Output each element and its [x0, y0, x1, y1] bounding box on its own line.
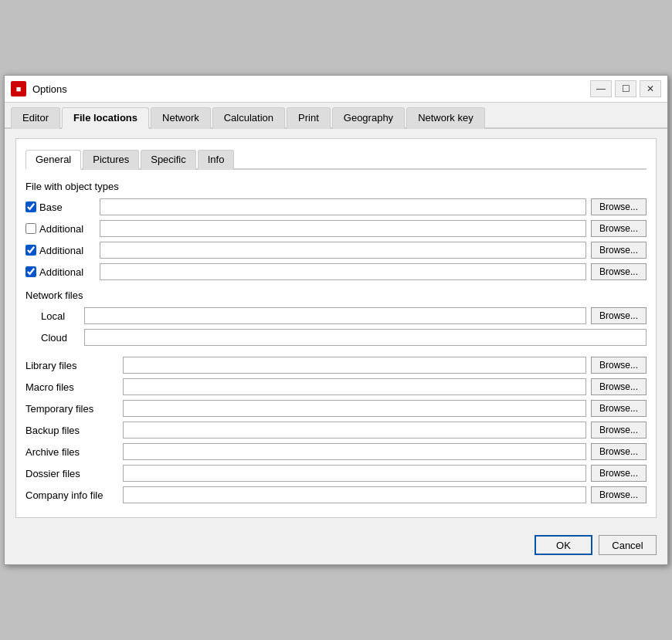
library-files-label: Library files — [25, 360, 118, 371]
backup-files-label: Backup files — [25, 425, 118, 436]
tab-geography[interactable]: Geography — [332, 107, 405, 129]
macro-files-input[interactable] — [123, 378, 586, 395]
additional1-path-input[interactable]: P:\ONE\Types - ONE.xlsx — [100, 220, 586, 237]
temporary-files-input[interactable] — [123, 400, 586, 417]
app-icon: ■ — [11, 81, 26, 97]
temporary-files-label: Temporary files — [25, 403, 118, 415]
file-object-types-label: File with object types — [25, 181, 647, 192]
local-browse-button[interactable]: Browse... — [591, 307, 647, 324]
tab-general[interactable]: General — [25, 150, 81, 170]
macro-files-row: Macro files Browse... — [25, 378, 647, 395]
company-info-row: Company info file Browse... — [25, 486, 647, 503]
additional1-checkbox[interactable] — [25, 223, 36, 234]
tab-editor[interactable]: Editor — [11, 107, 60, 129]
archive-files-input[interactable] — [123, 443, 586, 460]
cloud-row: Cloud — [25, 329, 647, 346]
tab-info[interactable]: Info — [198, 150, 235, 170]
archive-files-browse[interactable]: Browse... — [591, 443, 647, 460]
tab-pictures[interactable]: Pictures — [83, 150, 139, 170]
base-browse-button[interactable]: Browse... — [591, 198, 647, 215]
ok-button[interactable]: OK — [535, 535, 592, 555]
title-bar: ■ Options — ☐ ✕ — [5, 76, 667, 103]
additional2-path-input[interactable]: c:\temp\Types.xlsx — [100, 242, 586, 259]
macro-files-label: Macro files — [25, 381, 118, 393]
temporary-files-browse[interactable]: Browse... — [591, 400, 647, 417]
library-files-browse[interactable]: Browse... — [591, 357, 647, 374]
dossier-files-input[interactable] — [123, 465, 586, 482]
archive-files-row: Archive files Browse... — [25, 443, 647, 460]
other-files-section: Library files Browse... Macro files Brow… — [25, 357, 647, 503]
file-row-additional-3: Additional Browse... — [25, 263, 647, 280]
company-info-input[interactable] — [123, 486, 586, 503]
tab-file-locations[interactable]: File locations — [62, 107, 149, 129]
cloud-path-input[interactable] — [84, 329, 647, 346]
additional2-checkbox-label: Additional — [25, 245, 95, 256]
library-files-row: Library files Browse... — [25, 357, 647, 374]
inner-panel: General Pictures Specific Info File with… — [15, 138, 657, 518]
cancel-button[interactable]: Cancel — [599, 535, 657, 555]
company-info-browse[interactable]: Browse... — [591, 486, 647, 503]
backup-files-row: Backup files Browse... — [25, 422, 647, 439]
tab-specific[interactable]: Specific — [141, 150, 196, 170]
backup-files-browse[interactable]: Browse... — [591, 422, 647, 439]
additional3-checkbox-label: Additional — [25, 266, 95, 278]
base-checkbox[interactable] — [25, 201, 36, 212]
tab-network-key[interactable]: Network key — [406, 107, 485, 129]
tab-print[interactable]: Print — [287, 107, 331, 129]
library-files-input[interactable] — [123, 357, 586, 374]
inner-tab-bar: General Pictures Specific Info — [25, 148, 647, 170]
additional3-checkbox[interactable] — [25, 266, 36, 277]
dossier-files-browse[interactable]: Browse... — [591, 465, 647, 482]
bottom-bar: OK Cancel — [5, 527, 667, 564]
macro-files-browse[interactable]: Browse... — [591, 378, 647, 395]
outer-tab-bar: Editor File locations Network Calculatio… — [5, 103, 667, 129]
temporary-files-row: Temporary files Browse... — [25, 400, 647, 417]
tab-network[interactable]: Network — [151, 107, 211, 129]
cloud-label: Cloud — [41, 332, 80, 344]
file-row-base: Base P:\Vision\Types\V96_G86\Types.xlsx … — [25, 198, 647, 215]
window-controls: — ☐ ✕ — [590, 80, 661, 97]
company-info-label: Company info file — [25, 489, 118, 501]
archive-files-label: Archive files — [25, 446, 118, 458]
dossier-files-label: Dossier files — [25, 468, 118, 479]
minimize-button[interactable]: — — [590, 80, 612, 97]
maximize-button[interactable]: ☐ — [615, 80, 636, 97]
file-row-additional-1: Additional P:\ONE\Types - ONE.xlsx Brows… — [25, 220, 647, 237]
additional1-browse-button[interactable]: Browse... — [591, 220, 647, 237]
network-files-section: Network files — [25, 290, 647, 301]
backup-files-input[interactable] — [123, 422, 586, 439]
additional1-checkbox-label: Additional — [25, 223, 95, 235]
content-area: General Pictures Specific Info File with… — [5, 129, 667, 527]
file-row-additional-2: Additional c:\temp\Types.xlsx Browse... — [25, 242, 647, 259]
base-path-input[interactable]: P:\Vision\Types\V96_G86\Types.xlsx — [100, 198, 586, 215]
additional2-browse-button[interactable]: Browse... — [591, 242, 647, 259]
tab-calculation[interactable]: Calculation — [212, 107, 285, 129]
local-row: Local Browse... — [25, 307, 647, 324]
additional3-browse-button[interactable]: Browse... — [591, 263, 647, 280]
additional2-checkbox[interactable] — [25, 245, 36, 256]
close-button[interactable]: ✕ — [640, 80, 661, 97]
local-path-input[interactable] — [84, 307, 586, 324]
additional3-path-input[interactable] — [100, 263, 586, 280]
options-window: ■ Options — ☐ ✕ Editor File locations Ne… — [4, 75, 668, 565]
local-label: Local — [41, 310, 80, 322]
window-title: Options — [32, 83, 584, 95]
dossier-files-row: Dossier files Browse... — [25, 465, 647, 482]
network-files-label: Network files — [25, 290, 647, 301]
base-checkbox-label: Base — [25, 201, 95, 213]
